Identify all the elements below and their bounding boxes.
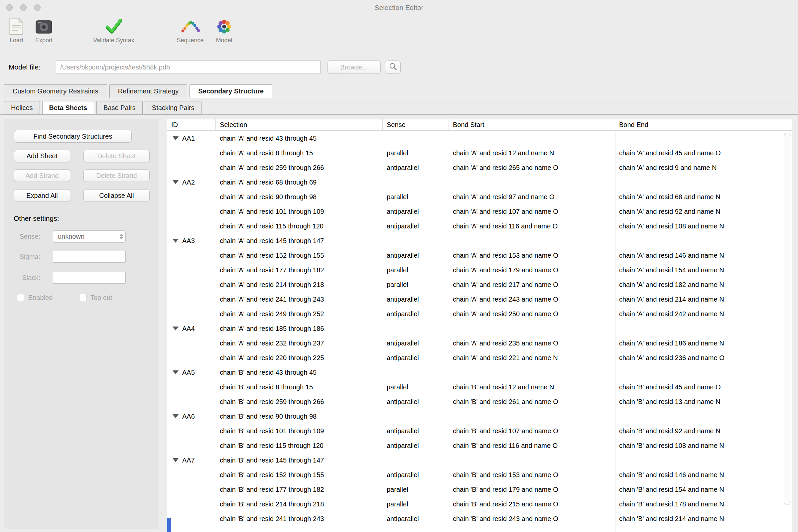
row-bond-start: chain 'A' and resid 221 and name N (449, 354, 615, 362)
column-header-bond-end[interactable]: Bond End (615, 119, 792, 130)
tab-secondary-structure[interactable]: Secondary Structure (190, 84, 272, 98)
row-selection: chain 'B' and resid 214 through 218 (216, 500, 383, 508)
table-row[interactable]: AA5 chain 'B' and resid 43 through 45 (167, 365, 792, 380)
sense-dropdown[interactable]: unknown (53, 230, 126, 243)
find-secondary-structures-button[interactable]: Find Secondary Structures (14, 130, 132, 142)
top-out-checkbox[interactable] (79, 294, 87, 301)
load-button[interactable]: Load (6, 16, 26, 44)
table-row[interactable]: chain 'B' and resid 259 through 266 anti… (167, 394, 792, 409)
model-file-input[interactable] (56, 60, 321, 74)
row-selection: chain 'A' and resid 43 through 45 (216, 135, 383, 142)
vertical-scrollbar[interactable] (784, 133, 791, 505)
row-selection: chain 'A' and resid 185 through 186 (216, 325, 383, 332)
tab-helices[interactable]: Helices (4, 101, 40, 115)
table-row[interactable]: chain 'A' and resid 241 through 243 anti… (167, 292, 792, 307)
table-row[interactable]: AA1 chain 'A' and resid 43 through 45 (167, 131, 792, 146)
table-row[interactable]: AA6 chain 'B' and resid 90 through 98 (167, 409, 792, 424)
table-row[interactable]: chain 'B' and resid 152 through 155 anti… (167, 468, 792, 482)
model-button[interactable]: Model (211, 16, 238, 44)
sigma-input[interactable] (53, 251, 126, 263)
table-row[interactable]: chain 'B' and resid 214 through 218 para… (167, 497, 792, 511)
table-row[interactable]: AA4 chain 'A' and resid 185 through 186 (167, 321, 792, 336)
disclosure-triangle-icon[interactable] (173, 326, 178, 330)
table-row[interactable]: chain 'A' and resid 101 through 109 anti… (167, 204, 792, 219)
row-sense: parallel (383, 149, 449, 157)
close-button[interactable] (6, 4, 13, 11)
sigma-label: Sigma: (10, 253, 40, 261)
search-button[interactable] (385, 60, 401, 74)
row-id: AA4 (182, 325, 195, 332)
column-header-sense[interactable]: Sense (383, 119, 449, 130)
table-row[interactable]: chain 'A' and resid 177 through 182 para… (167, 263, 792, 277)
table-row[interactable]: chain 'A' and resid 90 through 98 parall… (167, 190, 792, 204)
tab-beta-sheets[interactable]: Beta Sheets (42, 101, 94, 115)
disclosure-triangle-icon[interactable] (173, 136, 178, 140)
table-row[interactable]: chain 'A' and resid 115 through 120 anti… (167, 219, 792, 233)
row-selection: chain 'A' and resid 259 through 266 (216, 164, 383, 172)
table-row[interactable]: chain 'B' and resid 177 through 182 para… (167, 482, 792, 497)
row-sense: parallel (383, 383, 449, 391)
table-row[interactable]: chain 'B' and resid 101 through 109 anti… (167, 424, 792, 438)
table-row[interactable]: chain 'A' and resid 220 through 225 anti… (167, 350, 792, 365)
table-focus-indicator (167, 518, 171, 532)
other-settings-heading: Other settings: (14, 214, 59, 223)
disclosure-triangle-icon[interactable] (173, 414, 178, 418)
table-row[interactable]: AA2 chain 'A' and resid 68 through 69 (167, 175, 792, 190)
export-button[interactable]: Export (34, 16, 54, 44)
row-bond-end: chain 'B' and resid 108 and name N (615, 442, 792, 450)
slack-input[interactable] (53, 272, 126, 284)
column-header-bond-start[interactable]: Bond Start (449, 119, 615, 130)
tab-stacking-pairs[interactable]: Stacking Pairs (145, 101, 202, 115)
add-strand-button: Add Strand (14, 169, 70, 182)
search-icon (389, 62, 397, 73)
model-label: Model (216, 37, 232, 44)
row-sense: antiparallel (383, 164, 449, 172)
row-sense: parallel (383, 281, 449, 289)
secondary-tabs: Helices Beta Sheets Base Pairs Stacking … (4, 101, 202, 115)
table-row[interactable]: AA7 chain 'B' and resid 145 through 147 (167, 453, 792, 468)
row-sense: antiparallel (383, 398, 449, 406)
validate-syntax-button[interactable]: Validate Syntax (87, 16, 140, 44)
table-row[interactable]: chain 'B' and resid 241 through 243 anti… (167, 511, 792, 526)
disclosure-triangle-icon[interactable] (173, 180, 178, 184)
table-row[interactable]: chain 'A' and resid 259 through 266 anti… (167, 160, 792, 175)
collapse-all-button[interactable]: Collapse All (83, 189, 150, 202)
row-id: AA7 (182, 457, 195, 464)
sequence-button[interactable]: Sequence (174, 16, 207, 44)
disclosure-triangle-icon[interactable] (173, 370, 178, 374)
tab-base-pairs[interactable]: Base Pairs (96, 101, 142, 115)
row-bond-start: chain 'B' and resid 12 and name N (449, 383, 615, 391)
row-bond-end: chain 'A' and resid 108 and name N (615, 223, 792, 230)
table-row[interactable]: AA3 chain 'A' and resid 145 through 147 (167, 233, 792, 248)
column-header-id[interactable]: ID (167, 119, 216, 130)
row-selection: chain 'B' and resid 43 through 45 (216, 369, 383, 376)
row-selection: chain 'B' and resid 241 through 243 (216, 515, 383, 523)
row-sense: antiparallel (383, 310, 449, 318)
browse-button[interactable]: Browse... (327, 60, 381, 74)
zoom-button[interactable] (34, 4, 41, 11)
enabled-checkbox[interactable] (17, 294, 24, 301)
table-row[interactable]: chain 'A' and resid 232 through 237 anti… (167, 336, 792, 350)
table-row[interactable]: chain 'A' and resid 8 through 15 paralle… (167, 146, 792, 160)
disclosure-triangle-icon[interactable] (173, 458, 178, 462)
tab-custom-geometry-restraints[interactable]: Custom Geometry Restraints (4, 84, 107, 98)
expand-all-button[interactable]: Expand All (14, 189, 70, 202)
disclosure-triangle-icon[interactable] (173, 239, 178, 243)
add-sheet-button[interactable]: Add Sheet (14, 150, 70, 162)
row-selection: chain 'A' and resid 177 through 182 (216, 266, 383, 274)
sense-value: unknown (53, 233, 117, 241)
load-label: Load (10, 37, 23, 44)
table-row[interactable]: chain 'A' and resid 152 through 155 anti… (167, 248, 792, 263)
row-id: AA3 (182, 237, 195, 245)
tab-refinement-strategy[interactable]: Refinement Strategy (109, 84, 187, 98)
minimize-button[interactable] (20, 4, 26, 11)
row-sense: antiparallel (383, 296, 449, 303)
table-row[interactable]: chain 'B' and resid 115 through 120 anti… (167, 438, 792, 453)
column-header-selection[interactable]: Selection (216, 119, 383, 130)
table-row[interactable]: chain 'A' and resid 214 through 218 para… (167, 277, 792, 292)
table-row[interactable]: chain 'A' and resid 249 through 252 anti… (167, 307, 792, 321)
row-sense: antiparallel (383, 354, 449, 362)
row-sense: antiparallel (383, 471, 449, 479)
row-bond-end: chain 'A' and resid 186 and name N (615, 340, 792, 347)
table-row[interactable]: chain 'B' and resid 8 through 15 paralle… (167, 380, 792, 394)
